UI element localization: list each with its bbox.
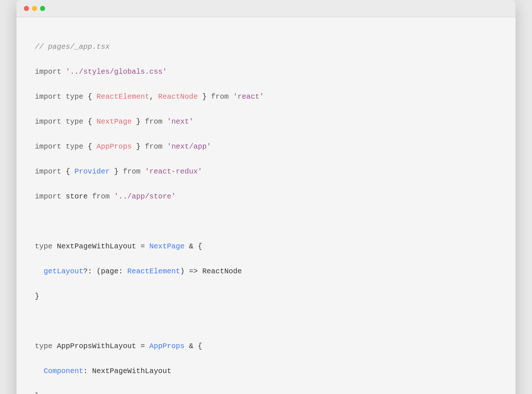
code-line-8: getLayout?: (page: ReactElement) => Reac… [35,265,497,278]
code-line-12: } [35,390,497,394]
code-line-5: import { Provider } from 'react-redux' [35,165,497,178]
code-window: // pages/_app.tsx import '../styles/glob… [17,0,515,394]
code-editor: // pages/_app.tsx import '../styles/glob… [17,17,515,394]
code-line-2: import type { ReactElement, ReactNode } … [35,91,497,103]
titlebar [17,0,515,17]
code-line-6: import store from '../app/store' [35,190,497,203]
code-line-10: type AppPropsWithLayout = AppProps & { [35,340,497,353]
minimize-button[interactable] [32,6,37,11]
code-line-9: } [35,290,497,303]
code-line-4: import type { AppProps } from 'next/app' [35,141,497,153]
code-line-blank2 [35,315,497,328]
maximize-button[interactable] [40,6,45,11]
code-line-7: type NextPageWithLayout = NextPage & { [35,240,497,253]
code-line-3: import type { NextPage } from 'next' [35,116,497,128]
code-line-11: Component: NextPageWithLayout [35,365,497,377]
code-line-blank1 [35,215,497,228]
close-button[interactable] [24,6,29,11]
code-line-comment: // pages/_app.tsx [35,41,497,53]
code-line-1: import '../styles/globals.css' [35,66,497,78]
